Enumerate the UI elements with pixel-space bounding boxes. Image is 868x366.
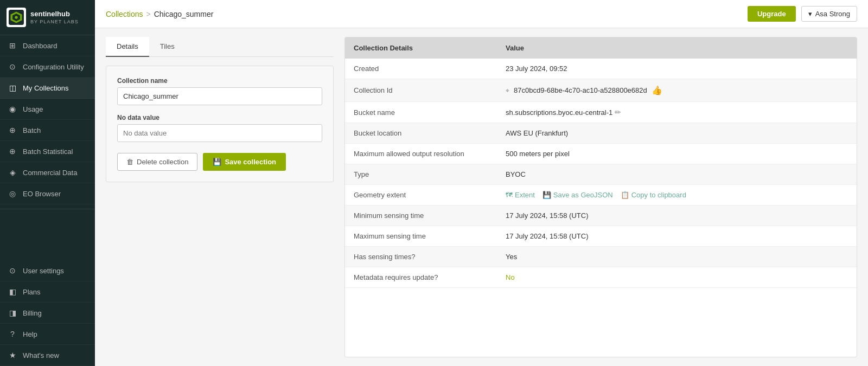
delete-collection-button[interactable]: 🗑 Delete collection [117, 153, 197, 171]
row-label: Maximum allowed output resolution [345, 144, 497, 164]
collection-name-input[interactable] [117, 87, 322, 105]
tab-bar: Details Tiles [106, 37, 334, 57]
sidebar-item-help[interactable]: ? Help [0, 324, 95, 345]
user-dropdown-arrow: ▾ [808, 10, 812, 18]
sidebar-item-label: Batch Statistical [23, 147, 73, 156]
sidebar-item-label: Commercial Data [23, 169, 77, 177]
sidebar: sentinelhub by PLANET LABS ⊞ Dashboard ⊙… [0, 0, 95, 366]
plans-icon: ◧ [8, 287, 17, 296]
help-icon: ? [8, 330, 17, 338]
table-row: Maximum sensing time17 July 2024, 15:58 … [345, 226, 857, 247]
no-data-value-field: No data value [117, 114, 322, 142]
user-settings-icon: ⊙ [8, 266, 17, 275]
dashboard-icon: ⊞ [8, 41, 17, 50]
row-label: Created [345, 59, 497, 79]
sidebar-item-batch[interactable]: ⊕ Batch [0, 120, 95, 141]
user-menu-button[interactable]: ▾ Asa Strong [801, 6, 857, 22]
sidebar-item-whats-new[interactable]: ★ What's new [0, 345, 95, 366]
sidebar-item-my-collections[interactable]: ◫ My Collections [0, 78, 95, 99]
table-row: Bucket locationAWS EU (Frankfurt) [345, 123, 857, 144]
sidebar-item-billing[interactable]: ◨ Billing [0, 303, 95, 324]
table-row: Metadata requires update?No [345, 267, 857, 288]
cursor-icon: ⌖ [506, 87, 509, 94]
sidebar-item-plans[interactable]: ◧ Plans [0, 281, 95, 303]
sidebar-item-label: Billing [23, 309, 42, 317]
table-row: Maximum allowed output resolution500 met… [345, 144, 857, 164]
sidebar-item-dashboard[interactable]: ⊞ Dashboard [0, 35, 95, 56]
geo-link-save-geojson[interactable]: 💾Save as GeoJSON [542, 191, 613, 199]
sidebar-bottom: ⊙ User settings ◧ Plans ◨ Billing ? Help… [0, 260, 95, 366]
batch-stat-icon: ⊕ [8, 147, 17, 156]
user-name: Asa Strong [815, 10, 850, 18]
row-label: Bucket name [345, 102, 497, 123]
upgrade-button[interactable]: Upgrade [748, 6, 796, 22]
content-area: Details Tiles Collection name No data va… [95, 28, 868, 366]
table-row: Bucket namesh.subscriptions.byoc.eu-cent… [345, 102, 857, 123]
sidebar-item-batch-statistical[interactable]: ⊕ Batch Statistical [0, 141, 95, 162]
table-row: Created23 July 2024, 09:52 [345, 59, 857, 79]
sidebar-item-commercial-data[interactable]: ◈ Commercial Data [0, 162, 95, 183]
delete-btn-label: Delete collection [137, 158, 188, 166]
table-row: TypeBYOC [345, 164, 857, 185]
sidebar-item-usage[interactable]: ◉ Usage [0, 99, 95, 120]
batch-icon: ⊕ [8, 126, 17, 134]
geo-link-label: Save as GeoJSON [553, 191, 613, 199]
edit-icon[interactable]: ✏ [615, 108, 621, 117]
breadcrumb-current: Chicago_summer [154, 10, 214, 18]
breadcrumb-separator: > [146, 10, 150, 18]
col-header-value: Value [497, 37, 857, 59]
row-value: 500 meters per pixel [497, 144, 857, 164]
collection-name-field: Collection name [117, 77, 322, 105]
form-actions: 🗑 Delete collection 💾 Save collection [117, 153, 322, 171]
row-value: sh.subscriptions.byoc.eu-central-1 ✏ [497, 102, 857, 123]
sidebar-item-user-settings[interactable]: ⊙ User settings [0, 260, 95, 281]
sidebar-item-configuration-utility[interactable]: ⊙ Configuration Utility [0, 56, 95, 78]
sidebar-item-label: What's new [23, 351, 59, 359]
bucket-name-text: sh.subscriptions.byoc.eu-central-1 [506, 108, 612, 117]
main-content: Collections > Chicago_summer Upgrade ▾ A… [95, 0, 868, 366]
config-icon: ⊙ [8, 62, 17, 71]
row-label: Metadata requires update? [345, 267, 497, 288]
tab-details[interactable]: Details [106, 37, 149, 57]
save-collection-button[interactable]: 💾 Save collection [203, 153, 286, 171]
collection-form: Collection name No data value 🗑 Delete c… [106, 66, 334, 182]
row-value: AWS EU (Frankfurt) [497, 123, 857, 144]
logo-icon [7, 8, 26, 27]
geo-link-copy-clipboard[interactable]: 📋Copy to clipboard [621, 191, 686, 199]
sidebar-item-label: My Collections [23, 84, 69, 92]
table-row: Collection Id⌖87c0bcd9-68be-4c70-ac10-a5… [345, 79, 857, 102]
sidebar-divider [0, 209, 95, 209]
metadata-no-value: No [506, 273, 515, 281]
row-label: Type [345, 164, 497, 185]
no-data-value-label: No data value [117, 114, 322, 121]
collection-details-table: Collection Details Value Created23 July … [345, 37, 857, 288]
extent-icon: 🗺 [506, 191, 513, 199]
row-value: BYOC [497, 164, 857, 185]
sidebar-item-label: User settings [23, 267, 64, 275]
copy-clipboard-icon: 📋 [621, 191, 629, 199]
row-value: ⌖87c0bcd9-68be-4c70-ac10-a528800e682d 👍 [497, 79, 857, 102]
table-row: Minimum sensing time17 July 2024, 15:58 … [345, 206, 857, 226]
row-label: Collection Id [345, 79, 497, 102]
save-btn-label: Save collection [225, 158, 276, 166]
table-row: Has sensing times?Yes [345, 247, 857, 267]
row-value: 17 July 2024, 15:58 (UTC) [497, 206, 857, 226]
row-value: 17 July 2024, 15:58 (UTC) [497, 226, 857, 247]
breadcrumb: Collections > Chicago_summer [106, 10, 213, 18]
eo-browser-icon: ◎ [8, 189, 17, 198]
no-data-value-input[interactable] [117, 124, 322, 142]
usage-icon: ◉ [8, 105, 17, 113]
row-label: Minimum sensing time [345, 206, 497, 226]
sidebar-item-eo-browser[interactable]: ◎ EO Browser [0, 183, 95, 204]
left-panel: Details Tiles Collection name No data va… [106, 37, 334, 357]
geo-link-extent[interactable]: 🗺Extent [506, 191, 535, 199]
breadcrumb-collections-link[interactable]: Collections [106, 10, 143, 18]
sidebar-item-label: Plans [23, 288, 41, 296]
tab-tiles[interactable]: Tiles [149, 37, 186, 57]
table-row: Geometry extent🗺Extent💾Save as GeoJSON📋C… [345, 185, 857, 206]
trash-icon: 🗑 [126, 158, 133, 166]
row-label: Has sensing times? [345, 247, 497, 267]
billing-icon: ◨ [8, 309, 17, 317]
row-label: Geometry extent [345, 185, 497, 206]
save-icon: 💾 [213, 158, 221, 166]
